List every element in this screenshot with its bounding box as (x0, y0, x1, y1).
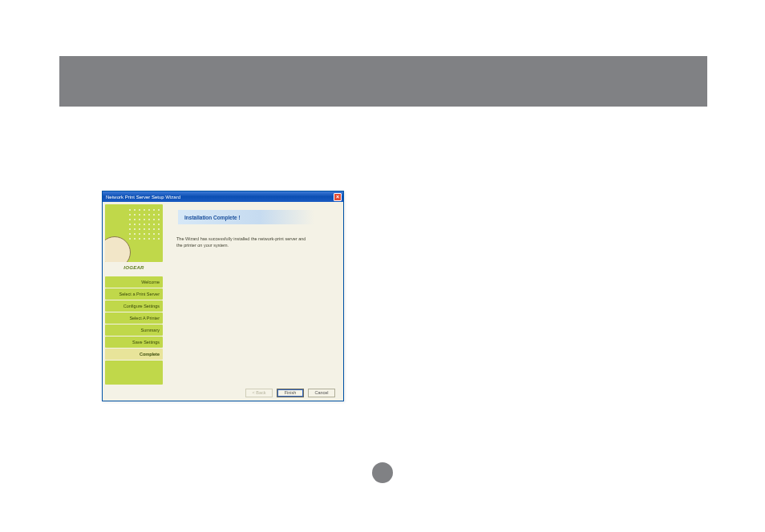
brand-logo: IOGEAR (105, 265, 163, 273)
heading-bar: Installation Complete ! (178, 210, 314, 224)
window-title: Network Print Server Setup Wizard (106, 195, 180, 200)
finish-button[interactable]: Finish (277, 389, 304, 397)
cancel-button[interactable]: Cancel (308, 389, 335, 397)
main-panel: Installation Complete ! The Wizard has s… (165, 202, 343, 385)
nav-item-complete: Complete (105, 349, 163, 360)
nav-item-configure-settings: Configure Settings (105, 300, 163, 312)
close-button[interactable]: × (334, 193, 342, 201)
page-number-circle (372, 462, 393, 483)
body-text: The Wizard has successfully installed th… (176, 236, 321, 249)
close-icon: × (336, 194, 339, 200)
sidebar-nav: Welcome Select a Print Server Configure … (105, 276, 163, 360)
nav-item-summary: Summary (105, 324, 163, 336)
sidebar-bottom-fill (105, 361, 163, 385)
body-line-2: the printer on your system. (176, 243, 229, 248)
decorative-dots (128, 208, 160, 240)
titlebar: Network Print Server Setup Wizard × (103, 191, 343, 202)
heading-text: Installation Complete ! (184, 215, 241, 220)
nav-item-welcome: Welcome (105, 276, 163, 288)
nav-item-select-print-server: Select a Print Server (105, 288, 163, 300)
nav-item-save-settings: Save Settings (105, 337, 163, 348)
body-line-1: The Wizard has successfully installed th… (176, 236, 306, 241)
wizard-window: Network Print Server Setup Wizard × IOGE… (102, 191, 344, 401)
sidebar: IOGEAR Welcome Select a Print Server Con… (103, 202, 165, 385)
wizard-body: IOGEAR Welcome Select a Print Server Con… (103, 202, 343, 385)
nav-item-select-printer: Select A Printer (105, 312, 163, 324)
sidebar-illustration (105, 204, 163, 262)
button-bar: < Back Finish Cancel (103, 385, 343, 401)
header-banner (59, 56, 707, 107)
back-button: < Back (245, 389, 273, 397)
